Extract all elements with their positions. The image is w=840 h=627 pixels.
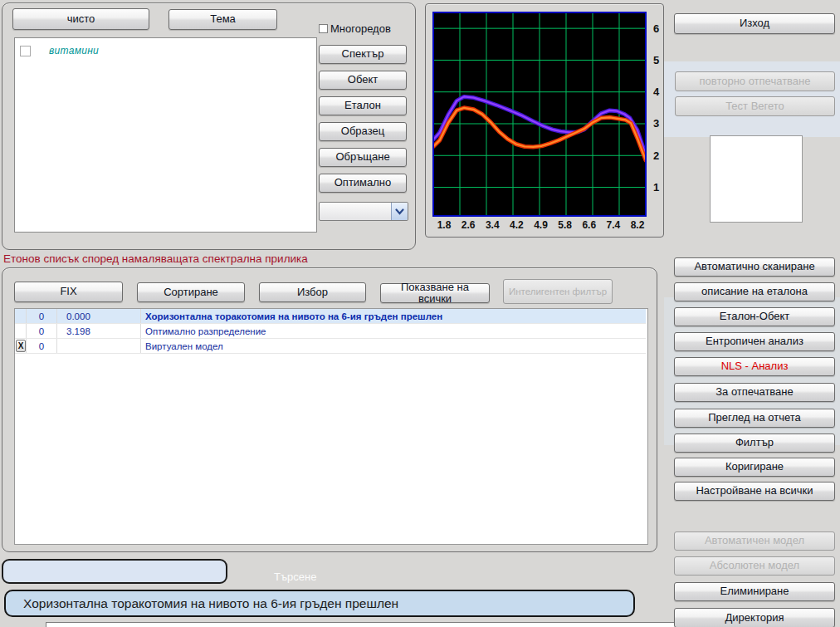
absolute-model-button: Абсолютен модел [674, 556, 835, 576]
entropy-analysis-button[interactable]: Ентропичен анализ [674, 332, 835, 351]
item-checkbox-icon[interactable] [20, 46, 31, 56]
object-button[interactable]: Обект [319, 71, 407, 90]
svg-text:4.9: 4.9 [534, 219, 548, 231]
table-row[interactable]: 0 3.198 Оптимално разпределение [15, 324, 646, 339]
svg-text:2.6: 2.6 [462, 219, 476, 231]
eliminate-button[interactable]: Елиминиране [674, 582, 835, 601]
etalon-list-panel: FIX Сортиране Избор Показване на всички … [2, 267, 657, 552]
filter-button[interactable]: Филтър [674, 434, 835, 453]
chevron-down-icon[interactable] [391, 203, 408, 220]
row-flag-cell: 0 [26, 324, 57, 338]
correction-button[interactable]: Коригиране [674, 458, 835, 477]
auto-model-button: Автоматичен модел [674, 531, 835, 551]
show-all-button[interactable]: Показване на всички [380, 283, 490, 303]
svg-text:2: 2 [653, 149, 659, 162]
table-row[interactable]: 0 0.000 Хоризонтална торакотомия на ниво… [15, 309, 646, 324]
row-value-cell: 0.000 [57, 309, 141, 323]
select-button[interactable]: Избор [259, 282, 366, 302]
fix-button[interactable]: FIX [14, 282, 123, 302]
multiline-label: Многоредов [330, 22, 391, 35]
etalon-table[interactable]: 0 0.000 Хоризонтална торакотомия на ниво… [14, 308, 648, 545]
nls-analysis-button[interactable]: NLS - Анализ [674, 357, 835, 376]
optimal-button[interactable]: Оптимално [319, 174, 407, 193]
svg-text:4: 4 [653, 86, 660, 98]
invert-button[interactable]: Обръщане [319, 148, 407, 167]
app-window: чисто Тема Многоредов витамини Спектър О… [0, 0, 840, 627]
search-input[interactable] [2, 559, 227, 584]
spectrum-chart-panel: 6543211.82.63.44.24.95.86.67.48.2 [425, 3, 664, 238]
setup-all-button[interactable]: Настройване на всички [674, 482, 835, 501]
mode-combobox[interactable] [319, 202, 408, 221]
selection-panel: чисто Тема Многоредов витамини Спектър О… [2, 2, 416, 250]
row-value-cell: 3.198 [57, 324, 141, 338]
selected-result-box: Хоризонтална торакотомия на нивото на 6-… [4, 590, 635, 617]
row-close-cell: X [15, 339, 26, 353]
selected-result-text: Хоризонтална торакотомия на нивото на 6-… [23, 596, 398, 611]
spectrum-chart: 6543211.82.63.44.24.95.86.67.48.2 [427, 5, 662, 235]
svg-text:8.2: 8.2 [631, 219, 645, 231]
svg-text:6: 6 [653, 22, 659, 35]
row-flag-cell: 0 [26, 339, 57, 353]
svg-text:5.8: 5.8 [558, 219, 572, 231]
etalon-object-button[interactable]: Еталон-Обект [674, 307, 835, 326]
close-icon[interactable]: X [16, 340, 26, 352]
topics-list[interactable]: витамини [14, 37, 317, 233]
directory-button[interactable]: Директория [674, 608, 835, 627]
combobox-value [320, 203, 391, 220]
svg-text:1: 1 [653, 181, 659, 193]
multiline-checkbox[interactable]: Многоредов [319, 22, 391, 35]
etalon-button[interactable]: Еталон [319, 96, 407, 115]
row-desc-cell: Хоризонтална торакотомия на нивото на 6-… [141, 309, 646, 323]
list-item-label: витамини [49, 45, 99, 56]
row-value-cell [57, 339, 141, 353]
list-item[interactable]: витамини [20, 45, 99, 56]
to-print-button[interactable]: За отпечатване [674, 383, 835, 402]
svg-text:6.6: 6.6 [582, 219, 596, 231]
spectrum-button[interactable]: Спектър [319, 45, 407, 64]
preview-box [710, 135, 803, 223]
svg-text:7.4: 7.4 [607, 219, 621, 231]
svg-text:5: 5 [653, 54, 659, 66]
row-flag-cell: 0 [26, 309, 57, 323]
reprint-button: повторно отпечатване [675, 71, 835, 91]
search-label: Търсене [274, 571, 316, 583]
clean-button[interactable]: чисто [12, 8, 149, 30]
row-desc-cell: Оптимално разпределение [141, 324, 646, 338]
clipped-bottom-field [46, 622, 721, 627]
svg-text:3.4: 3.4 [486, 219, 500, 231]
row-desc-cell: Виртуален модел [141, 339, 646, 353]
checkbox-icon[interactable] [319, 24, 328, 33]
etalon-list-heading: Етонов списък според намаляващата спектр… [3, 252, 308, 265]
svg-text:4.2: 4.2 [510, 219, 524, 231]
etalon-description-button[interactable]: описание на еталона [674, 282, 835, 301]
exit-button[interactable]: Изход [674, 13, 835, 34]
svg-text:1.8: 1.8 [437, 219, 452, 231]
svg-text:3: 3 [653, 117, 659, 130]
vegeto-test-button: Тест Вегето [675, 96, 835, 116]
theme-button[interactable]: Тема [168, 9, 277, 30]
auto-scan-button[interactable]: Автоматично сканиране [674, 257, 835, 277]
sort-button[interactable]: Сортиране [137, 282, 245, 302]
row-close-cell [15, 309, 26, 323]
sample-button[interactable]: Образец [319, 122, 407, 141]
row-close-cell [15, 324, 26, 338]
smart-filter-button: Интелигентен филтър [503, 279, 613, 304]
report-preview-button[interactable]: Преглед на отчета [674, 409, 835, 428]
table-row[interactable]: X 0 Виртуален модел [15, 339, 646, 354]
